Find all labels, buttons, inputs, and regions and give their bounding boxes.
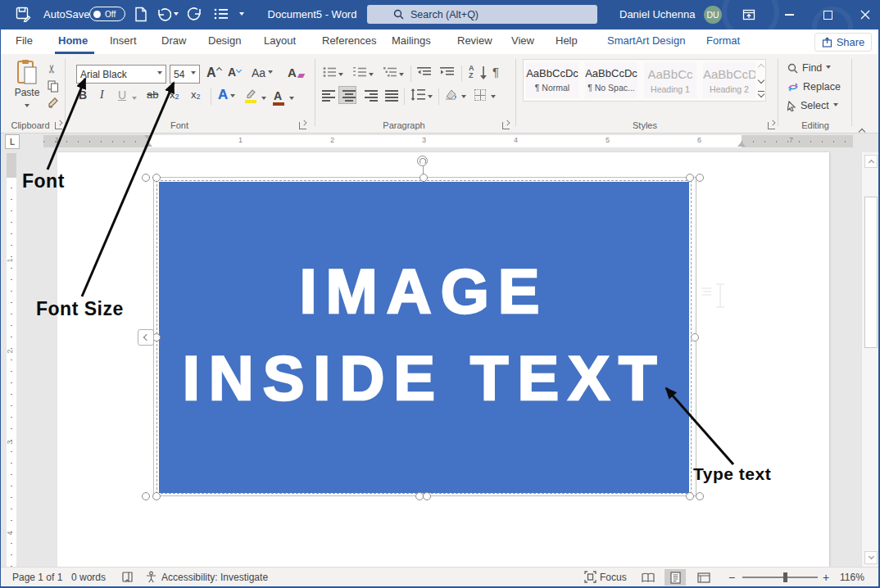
user-name[interactable]: Daniel Uchenna [619,8,696,20]
zoom-in-button[interactable]: + [823,571,829,584]
text-effects-button[interactable]: A [218,87,235,103]
tab-stop-selector[interactable]: L [5,134,20,149]
styles-dialog-launcher[interactable] [768,122,775,129]
minimize-button[interactable] [775,0,803,29]
maximize-button[interactable] [814,0,841,29]
scroll-up-button[interactable] [864,155,878,168]
font-color-dropdown-icon[interactable] [289,97,294,102]
resize-handle-top-right[interactable] [696,174,704,182]
select-button[interactable]: Select [787,100,838,111]
bold-button[interactable]: B [79,88,87,102]
avatar[interactable]: DU [704,6,722,24]
paste-button[interactable]: Paste [11,59,43,113]
tab-smartart-design[interactable]: SmartArt Design [607,34,685,47]
find-button[interactable]: Find [787,62,831,74]
tab-file[interactable]: File [16,34,33,47]
tab-insert[interactable]: Insert [110,34,137,47]
rotation-handle[interactable] [417,156,428,166]
vertical-ruler[interactable] [7,153,16,567]
font-color-button[interactable]: A [274,89,282,102]
zoom-slider-thumb[interactable] [783,572,787,582]
shading-button[interactable] [445,88,459,101]
autosave-toggle[interactable]: Off [89,7,125,21]
increase-indent-button[interactable] [440,66,454,78]
copy-button[interactable] [48,80,59,93]
resize-handle-bottom-right[interactable] [696,492,704,500]
style-no-spacing[interactable]: AaBbCcDc ¶ No Spac... [585,62,637,98]
format-painter-button[interactable] [48,97,59,109]
redo-button[interactable] [188,7,202,21]
right-indent-marker[interactable] [737,142,746,147]
underline-dropdown-icon[interactable] [132,97,137,102]
underline-button[interactable]: U [118,88,126,102]
first-line-indent-marker[interactable] [144,135,152,140]
tab-view[interactable]: View [511,34,534,47]
scrollbar-thumb[interactable] [864,197,878,348]
proofing-icon[interactable] [122,571,134,583]
list-icon[interactable] [214,7,229,21]
font-size-combobox[interactable]: 54 [170,65,200,84]
page-indicator[interactable]: Page 1 of 1 [12,572,62,583]
font-name-combobox[interactable]: Arial Black [76,65,166,84]
highlight-color-button[interactable] [245,88,257,103]
line-spacing-dropdown-icon[interactable] [428,95,433,101]
resize-handle-bottom-center-inner[interactable] [423,492,431,500]
paragraph-dialog-launcher[interactable] [502,122,510,129]
search-input[interactable]: Search (Alt+Q) [367,5,597,24]
shrink-font-button[interactable]: A [228,66,241,79]
show-hide-pilcrow-button[interactable]: ¶ [492,65,499,79]
resize-handle-top-left[interactable] [142,174,150,182]
borders-dropdown-icon[interactable] [491,95,496,101]
focus-icon[interactable] [584,571,596,583]
bullets-button[interactable] [323,66,336,78]
accessibility-icon[interactable] [145,571,157,583]
resize-handle-bottom-left[interactable] [142,492,150,500]
save-icon[interactable] [16,7,31,22]
ruler-right-margin[interactable] [742,135,853,147]
style-heading-2[interactable]: AaBbCcD Heading 2 [703,62,755,98]
styles-gallery-down-button[interactable] [756,74,766,86]
resize-handle-top-left-inner[interactable] [152,174,161,182]
print-layout-button[interactable] [665,569,686,586]
sort-button[interactable]: A Z [469,65,474,79]
align-center-button[interactable] [342,90,356,102]
styles-gallery-more-button[interactable] [756,88,766,100]
resize-handle-bottom-right-inner[interactable] [686,492,694,500]
tab-design[interactable]: Design [208,34,241,47]
resize-handle-middle-right[interactable] [691,333,699,341]
share-button[interactable]: Share [814,33,872,52]
paste-dropdown-icon[interactable] [25,104,29,110]
word-count[interactable]: 0 words [71,572,106,583]
superscript-button[interactable]: x2 [191,88,201,101]
zoom-out-button[interactable]: − [728,571,735,584]
font-dialog-launcher[interactable] [299,122,306,129]
zoom-slider-track[interactable] [742,577,818,578]
previous-page-button[interactable] [138,329,154,346]
hanging-indent-marker[interactable] [144,142,152,147]
tab-format[interactable]: Format [706,34,740,47]
tab-references[interactable]: References [322,34,376,47]
numbering-button[interactable] [353,66,366,78]
italic-button[interactable]: I [100,88,104,102]
bullets-dropdown-icon[interactable] [338,73,343,79]
multilevel-list-button[interactable] [383,66,397,78]
cut-button[interactable]: ✂ [45,64,58,74]
close-button[interactable] [851,0,879,29]
clear-formatting-button[interactable]: A [288,66,304,79]
tab-mailings[interactable]: Mailings [392,34,431,47]
style-normal[interactable]: AaBbCcDc ¶ Normal [526,62,578,98]
subscript-button[interactable]: x2 [170,88,179,101]
qat-overflow-icon[interactable] [239,12,244,18]
styles-gallery-up-button[interactable] [756,61,766,73]
resize-handle-top-right-inner[interactable] [686,174,694,182]
decrease-indent-button[interactable] [417,66,431,78]
undo-button[interactable] [156,7,171,21]
highlight-dropdown-icon[interactable] [261,97,266,102]
numbering-dropdown-icon[interactable] [369,73,374,79]
strikethrough-button[interactable]: ab [147,88,158,101]
align-right-button[interactable] [365,90,378,102]
zoom-level[interactable]: 116% [840,572,864,583]
read-mode-button[interactable] [637,569,659,586]
justify-button[interactable] [385,90,398,102]
replace-button[interactable]: Replace [787,81,841,93]
